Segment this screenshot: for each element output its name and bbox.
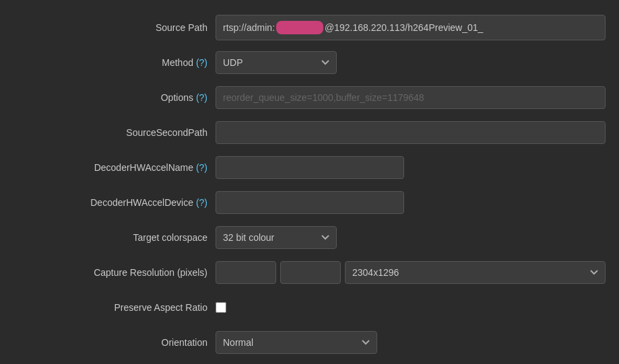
target-colorspace-row: Target colorspace 32 bit colour 24 bit c… — [13, 223, 606, 252]
decoder-hw-accel-name-help[interactable]: (?) — [196, 162, 207, 173]
target-colorspace-label: Target colorspace — [13, 232, 216, 243]
source-second-path-label: SourceSecondPath — [13, 127, 216, 138]
method-select[interactable]: UDP TCP HTTP — [216, 51, 337, 74]
decoder-hw-accel-device-label: DecoderHWAccelDevice (?) — [13, 197, 216, 208]
options-row: Options (?) reorder_queue_size=1000,buff… — [13, 83, 606, 112]
capture-resolution-row: Capture Resolution (pixels) 2304 1296 23… — [13, 258, 606, 287]
resolution-height-input[interactable]: 1296 — [280, 261, 341, 284]
preserve-aspect-ratio-label: Preserve Aspect Ratio — [13, 302, 216, 313]
decoder-hw-accel-name-label: DecoderHWAccelName (?) — [13, 162, 216, 173]
source-path-row: Source Path rtsp://admin: @192.168.220.1… — [13, 13, 606, 42]
method-label: Method (?) — [13, 57, 216, 68]
resolution-group: 2304 1296 2304x1296 1920x1080 1280x720 6… — [216, 261, 606, 284]
source-path-field[interactable]: rtsp://admin: @192.168.220.113/h264Previ… — [216, 15, 606, 40]
options-input[interactable]: reorder_queue_size=1000,buffer_size=1179… — [216, 86, 606, 109]
orientation-label: Orientation — [13, 337, 216, 348]
decoder-hw-accel-device-help[interactable]: (?) — [196, 197, 207, 208]
source-path-prefix: rtsp://admin: — [223, 22, 275, 33]
redacted-password — [276, 21, 323, 34]
settings-form: Source Path rtsp://admin: @192.168.220.1… — [0, 7, 619, 364]
capture-resolution-label: Capture Resolution (pixels) — [13, 267, 216, 278]
preserve-aspect-ratio-wrapper — [216, 302, 226, 313]
method-row: Method (?) UDP TCP HTTP — [13, 48, 606, 77]
options-help[interactable]: (?) — [196, 92, 207, 103]
decoder-hw-accel-name-row: DecoderHWAccelName (?) — [13, 153, 606, 182]
decoder-hw-accel-device-row: DecoderHWAccelDevice (?) — [13, 188, 606, 217]
orientation-row: Orientation Normal Rotate 90 Rotate 180 … — [13, 328, 606, 357]
target-colorspace-select[interactable]: 32 bit colour 24 bit colour 16 bit colou… — [216, 226, 337, 249]
resolution-width-input[interactable]: 2304 — [216, 261, 276, 284]
orientation-select[interactable]: Normal Rotate 90 Rotate 180 Rotate 270 M… — [216, 331, 377, 354]
method-help[interactable]: (?) — [196, 57, 207, 68]
resolution-preset-select[interactable]: 2304x1296 1920x1080 1280x720 640x480 Cus… — [345, 261, 606, 284]
source-path-suffix: @192.168.220.113/h264Preview_01_ — [325, 22, 483, 33]
preserve-aspect-ratio-checkbox[interactable] — [216, 302, 226, 313]
source-second-path-input[interactable] — [216, 121, 606, 144]
options-label: Options (?) — [13, 92, 216, 103]
preserve-aspect-ratio-row: Preserve Aspect Ratio — [13, 293, 606, 322]
decoder-hw-accel-name-input[interactable] — [216, 156, 404, 179]
decoder-hw-accel-device-input[interactable] — [216, 191, 404, 214]
source-path-label: Source Path — [13, 22, 216, 33]
source-second-path-row: SourceSecondPath — [13, 118, 606, 147]
